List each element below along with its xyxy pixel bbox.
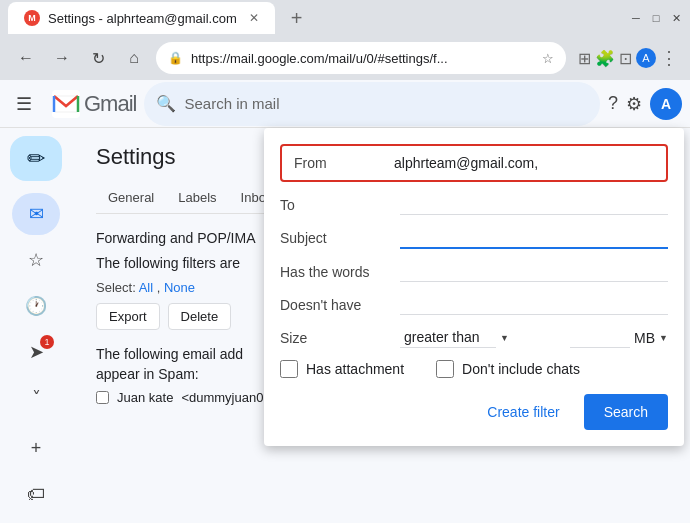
has-words-field-wrapper[interactable]: [400, 261, 668, 282]
from-value: alphrteam@gmail.com,: [394, 155, 538, 171]
size-value-input[interactable]: [570, 327, 630, 348]
chevron-down-icon: ˅: [32, 387, 41, 409]
tab-title: Settings - alphrteam@gmail.com: [48, 11, 237, 26]
doesnt-have-field-wrapper[interactable]: [400, 294, 668, 315]
size-operator-wrapper[interactable]: greater than less than: [400, 327, 509, 348]
size-label: Size: [280, 330, 400, 346]
tab-general[interactable]: General: [96, 182, 166, 213]
gmail-logo-text: Gmail: [84, 91, 136, 117]
refresh-button[interactable]: ↻: [84, 44, 112, 72]
select-all-link[interactable]: All: [139, 280, 153, 295]
sidebar-item-snoozed[interactable]: 🕐: [12, 285, 60, 327]
hamburger-icon[interactable]: ☰: [8, 85, 40, 123]
sidebar-item-add[interactable]: +: [12, 427, 60, 469]
url-text: https://mail.google.com/mail/u/0/#settin…: [191, 51, 534, 66]
export-button[interactable]: Export: [96, 303, 160, 330]
bookmark-icon[interactable]: ☆: [542, 51, 554, 66]
browser-frame: Settings - alphrteam@gmail.com ✕ + ─ □ ✕…: [0, 0, 690, 523]
to-row: To: [280, 194, 668, 215]
lock-icon: 🔒: [168, 51, 183, 65]
home-button[interactable]: ⌂: [120, 44, 148, 72]
has-words-label: Has the words: [280, 264, 400, 280]
subject-field-wrapper[interactable]: [400, 227, 668, 249]
checkbox-row: Has attachment Don't include chats: [280, 360, 668, 378]
from-row: From alphrteam@gmail.com,: [280, 144, 668, 182]
has-words-row: Has the words: [280, 261, 668, 282]
has-attachment-label: Has attachment: [306, 361, 404, 377]
email-checkbox[interactable]: [96, 391, 109, 404]
ext-icon-1[interactable]: ⊞: [578, 49, 591, 68]
sidebar-item-mail[interactable]: ✉: [12, 193, 60, 235]
from-label: From: [294, 155, 394, 171]
has-attachment-item: Has attachment: [280, 360, 404, 378]
gmail-logo-icon: [52, 90, 80, 118]
ext-icon-4[interactable]: A: [636, 48, 656, 68]
size-unit-label: MB: [634, 330, 655, 346]
sidebar-item-more[interactable]: ˅: [12, 377, 60, 419]
size-row: Size greater than less than MB: [280, 327, 668, 348]
compose-button[interactable]: ✏: [10, 136, 62, 181]
gmail-app: ☰ Gmail 🔍 Search in mail: [0, 80, 690, 523]
compose-icon: ✏: [27, 146, 45, 172]
label-icon: 🏷: [27, 484, 45, 505]
more-options-icon[interactable]: ⋮: [660, 47, 678, 69]
to-field-wrapper[interactable]: [400, 194, 668, 215]
subject-label: Subject: [280, 230, 400, 246]
create-filter-button[interactable]: Create filter: [479, 396, 567, 428]
size-operator-select[interactable]: greater than less than: [400, 327, 496, 348]
close-button[interactable]: ✕: [670, 12, 682, 24]
sidebar: ✏ ✉ ☆ 🕐 ➤ 1 ˅: [0, 128, 72, 523]
tab-favicon: [24, 10, 40, 26]
from-field-wrapper: alphrteam@gmail.com,: [394, 154, 654, 172]
settings-icon[interactable]: ⚙: [626, 93, 642, 115]
ext-icon-3[interactable]: ⊡: [619, 49, 632, 68]
sidebar-item-starred[interactable]: ☆: [12, 239, 60, 281]
gmail-logo: Gmail: [52, 90, 136, 118]
select-none-link[interactable]: None: [164, 280, 195, 295]
search-bar-wrapper: 🔍 Search in mail: [144, 82, 600, 126]
clock-icon: 🕐: [25, 295, 47, 317]
no-chats-label: Don't include chats: [462, 361, 580, 377]
size-unit-wrapper[interactable]: MB: [634, 330, 668, 346]
url-bar[interactable]: 🔒 https://mail.google.com/mail/u/0/#sett…: [156, 42, 566, 74]
tab-close-icon[interactable]: ✕: [249, 11, 259, 25]
search-button[interactable]: Search: [584, 394, 668, 430]
has-attachment-checkbox[interactable]: [280, 360, 298, 378]
title-bar: Settings - alphrteam@gmail.com ✕ + ─ □ ✕: [0, 0, 690, 36]
no-chats-item: Don't include chats: [436, 360, 580, 378]
email-name: Juan kate: [117, 390, 173, 405]
tab-labels[interactable]: Labels: [166, 182, 228, 213]
sidebar-item-sent[interactable]: ➤ 1: [12, 331, 60, 373]
doesnt-have-input[interactable]: [400, 294, 668, 315]
search-placeholder: Search in mail: [184, 95, 588, 112]
mail-icon: ✉: [29, 203, 44, 225]
add-icon: +: [31, 438, 42, 459]
minimize-button[interactable]: ─: [630, 12, 642, 24]
help-icon[interactable]: ?: [608, 93, 618, 114]
star-icon: ☆: [28, 249, 44, 271]
search-icon: 🔍: [156, 94, 176, 113]
back-button[interactable]: ←: [12, 44, 40, 72]
maximize-button[interactable]: □: [650, 12, 662, 24]
search-bar[interactable]: 🔍 Search in mail: [144, 82, 600, 126]
url-icons: ☆: [542, 51, 554, 66]
subject-input[interactable]: [400, 227, 668, 249]
sent-badge: 1: [40, 335, 54, 349]
avatar[interactable]: A: [650, 88, 682, 120]
to-label: To: [280, 197, 400, 213]
forward-button[interactable]: →: [48, 44, 76, 72]
new-tab-button[interactable]: +: [283, 3, 311, 34]
delete-button[interactable]: Delete: [168, 303, 232, 330]
subject-row: Subject: [280, 227, 668, 249]
no-chats-checkbox[interactable]: [436, 360, 454, 378]
sidebar-item-label[interactable]: 🏷: [12, 473, 60, 515]
topbar-right: ? ⚙ A: [608, 88, 682, 120]
has-words-input[interactable]: [400, 261, 668, 282]
active-tab[interactable]: Settings - alphrteam@gmail.com ✕: [8, 2, 275, 34]
address-bar: ← → ↻ ⌂ 🔒 https://mail.google.com/mail/u…: [0, 36, 690, 80]
action-row: Create filter Search: [280, 394, 668, 430]
window-controls: ─ □ ✕: [630, 12, 682, 24]
to-input[interactable]: [400, 194, 668, 215]
ext-icon-2[interactable]: 🧩: [595, 49, 615, 68]
doesnt-have-row: Doesn't have: [280, 294, 668, 315]
